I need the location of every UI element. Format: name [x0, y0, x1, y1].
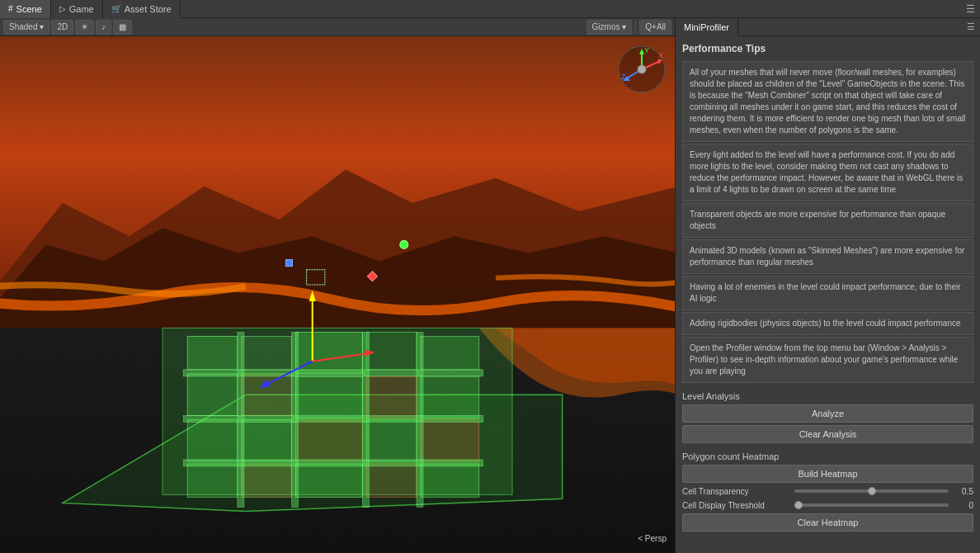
tab-asset-store-label: Asset Store [125, 4, 172, 14]
perf-tip-4: Having a lot of enemies in the level cou… [682, 276, 973, 310]
svg-rect-33 [242, 464, 292, 497]
scene-viewport: Shaded ▾ 2D ☀ ♪ ▦ Gizmos ▾ Q+All [0, 18, 675, 553]
scene-canvas: Y X Z < Persp [0, 36, 675, 553]
tab-scene[interactable]: # Scene [0, 0, 51, 18]
svg-rect-20 [366, 332, 417, 369]
cell-transparency-label: Cell Transparency [682, 487, 789, 496]
svg-rect-27 [187, 419, 238, 461]
cell-transparency-row: Cell Transparency 0.5 [682, 485, 973, 497]
svg-rect-29 [296, 419, 363, 461]
svg-rect-43 [183, 460, 483, 466]
cell-display-slider-container [794, 499, 949, 511]
perf-tip-1: Every light added to the level will have… [682, 144, 973, 201]
scene-icon: # [8, 4, 13, 13]
toolbar-separator [635, 21, 636, 33]
svg-point-64 [638, 65, 646, 73]
shading-label: Shaded [9, 22, 37, 31]
svg-rect-36 [421, 464, 479, 497]
right-panel: MiniProfiler ☰ Performance Tips All of y… [675, 18, 980, 553]
svg-rect-35 [366, 464, 417, 497]
mini-profiler-tab[interactable]: MiniProfiler [676, 18, 738, 36]
compass-gizmo: Y X Z [617, 45, 667, 94]
light-icon: ☀ [81, 22, 88, 31]
perf-tip-6: Open the Profiler window from the top me… [682, 337, 973, 383]
svg-rect-50 [285, 260, 292, 267]
panel-menu-button[interactable]: ☰ [967, 21, 980, 32]
svg-rect-18 [242, 336, 292, 369]
svg-rect-31 [421, 419, 479, 461]
cell-display-slider[interactable] [794, 503, 949, 507]
build-heatmap-button[interactable]: Build Heatmap [682, 465, 973, 483]
perf-tip-3: Animated 3D models (known as "Skinned Me… [682, 239, 973, 274]
svg-rect-41 [183, 370, 483, 376]
performance-tips-title: Performance Tips [682, 43, 973, 54]
cell-transparency-slider-container [794, 485, 949, 497]
tab-asset-store[interactable]: 🛒 Asset Store [103, 0, 181, 18]
level-analysis-section: Level Analysis Analyze Clear Analysis [682, 391, 973, 443]
cell-display-row: Cell Display Threshold 0 [682, 499, 973, 511]
svg-rect-25 [366, 376, 417, 418]
compass-svg: Y X Z [617, 45, 667, 94]
asset-store-icon: 🛒 [111, 4, 121, 13]
shading-dropdown[interactable]: Shaded ▾ [3, 20, 49, 35]
tab-game-label: Game [69, 4, 94, 14]
perspective-label: < Persp [638, 534, 667, 543]
panel-tab-bar: MiniProfiler ☰ [676, 18, 980, 36]
search-field[interactable]: Q+All [639, 20, 671, 35]
svg-rect-22 [187, 374, 238, 415]
svg-text:Z: Z [621, 73, 626, 81]
scene-background [0, 36, 675, 553]
svg-point-52 [400, 240, 408, 248]
scene-toolbar: Shaded ▾ 2D ☀ ♪ ▦ Gizmos ▾ Q+All [0, 18, 675, 36]
audio-icon: ♪ [101, 22, 106, 31]
perf-tip-0: All of your meshes that will never move … [682, 61, 973, 142]
game-icon: ▷ [59, 4, 66, 13]
svg-rect-28 [242, 419, 292, 461]
perf-tip-5: Adding rigidbodies (physics objects) to … [682, 312, 973, 335]
heatmap-section: Polygon count Heatmap Build Heatmap Cell… [682, 451, 973, 532]
heatmap-label: Polygon count Heatmap [682, 451, 973, 461]
tips-container: All of your meshes that will never move … [682, 61, 973, 383]
main-content: Shaded ▾ 2D ☀ ♪ ▦ Gizmos ▾ Q+All [0, 18, 980, 553]
level-analysis-label: Level Analysis [682, 391, 973, 401]
svg-rect-26 [421, 376, 479, 418]
effect-icon: ▦ [119, 22, 126, 31]
cell-display-label: Cell Display Threshold [682, 501, 789, 510]
svg-rect-30 [366, 419, 417, 461]
svg-text:X: X [658, 51, 663, 59]
perf-tip-2: Transparent objects are more expensive f… [682, 203, 973, 238]
clear-heatmap-button[interactable]: Clear Heatmap [682, 513, 973, 532]
mini-profiler-tab-label: MiniProfiler [684, 22, 729, 32]
svg-rect-19 [296, 332, 363, 373]
svg-rect-17 [187, 336, 238, 369]
2d-button[interactable]: 2D [51, 20, 73, 35]
clear-analysis-button[interactable]: Clear Analysis [682, 425, 973, 443]
svg-rect-24 [296, 376, 363, 418]
top-tab-bar: # Scene ▷ Game 🛒 Asset Store ☰ [0, 0, 980, 18]
svg-rect-32 [187, 464, 238, 497]
audio-button[interactable]: ♪ [96, 20, 111, 35]
svg-rect-21 [421, 336, 479, 369]
search-placeholder: Q+All [645, 22, 666, 31]
gizmos-button[interactable]: Gizmos ▾ [587, 20, 633, 35]
svg-text:Y: Y [644, 46, 649, 54]
tab-bar-menu[interactable]: ☰ [966, 3, 980, 15]
tab-game[interactable]: ▷ Game [51, 0, 103, 18]
svg-rect-42 [183, 415, 483, 422]
effect-button[interactable]: ▦ [113, 20, 132, 35]
cell-display-value: 0 [954, 501, 973, 510]
svg-rect-34 [296, 464, 363, 497]
panel-content: Performance Tips All of your meshes that… [676, 36, 980, 553]
analyze-button[interactable]: Analyze [682, 404, 973, 423]
cell-transparency-slider[interactable] [794, 489, 949, 493]
cell-transparency-value: 0.5 [954, 487, 973, 496]
light-button[interactable]: ☀ [75, 20, 94, 35]
shading-chevron: ▾ [40, 22, 44, 31]
gizmos-label: Gizmos ▾ [592, 22, 627, 31]
tab-scene-label: Scene [16, 4, 42, 14]
